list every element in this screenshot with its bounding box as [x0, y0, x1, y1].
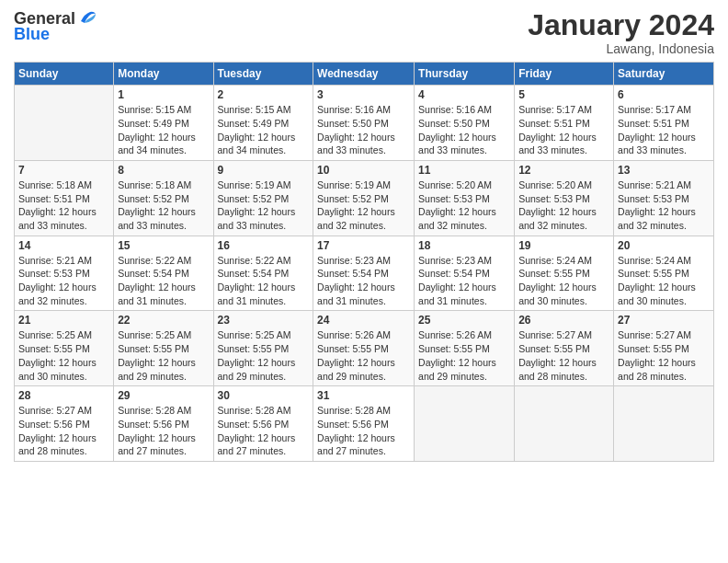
day-info: Sunrise: 5:18 AMSunset: 5:51 PMDaylight:… [18, 178, 109, 233]
weekday-header-friday: Friday [515, 63, 614, 86]
month-title: January 2024 [528, 9, 714, 41]
calendar-week-4: 21Sunrise: 5:25 AMSunset: 5:55 PMDayligh… [15, 311, 714, 386]
day-number: 19 [518, 239, 609, 252]
day-number: 4 [418, 88, 510, 101]
day-info: Sunrise: 5:25 AMSunset: 5:55 PMDaylight:… [218, 328, 310, 383]
calendar-cell: 29Sunrise: 5:28 AMSunset: 5:56 PMDayligh… [114, 386, 213, 462]
day-info: Sunrise: 5:26 AMSunset: 5:55 PMDaylight:… [317, 328, 410, 383]
day-info: Sunrise: 5:15 AMSunset: 5:49 PMDaylight:… [218, 103, 310, 157]
weekday-header-saturday: Saturday [614, 63, 714, 86]
day-info: Sunrise: 5:28 AMSunset: 5:56 PMDaylight:… [118, 404, 209, 458]
calendar-body: 1Sunrise: 5:15 AMSunset: 5:49 PMDaylight… [15, 86, 714, 462]
calendar-cell: 18Sunrise: 5:23 AMSunset: 5:54 PMDayligh… [415, 236, 515, 311]
day-info: Sunrise: 5:22 AMSunset: 5:54 PMDaylight:… [118, 254, 209, 308]
day-info: Sunrise: 5:21 AMSunset: 5:53 PMDaylight:… [618, 178, 710, 233]
calendar-cell: 19Sunrise: 5:24 AMSunset: 5:55 PMDayligh… [515, 236, 614, 311]
calendar-cell [614, 386, 714, 462]
calendar-week-2: 7Sunrise: 5:18 AMSunset: 5:51 PMDaylight… [15, 160, 714, 236]
day-info: Sunrise: 5:17 AMSunset: 5:51 PMDaylight:… [618, 103, 710, 157]
calendar-cell: 14Sunrise: 5:21 AMSunset: 5:53 PMDayligh… [15, 236, 114, 311]
calendar-cell [415, 386, 515, 462]
calendar-cell: 6Sunrise: 5:17 AMSunset: 5:51 PMDaylight… [614, 86, 714, 161]
day-number: 15 [118, 239, 209, 252]
day-info: Sunrise: 5:16 AMSunset: 5:50 PMDaylight:… [317, 103, 410, 157]
day-number: 2 [218, 88, 310, 101]
day-number: 5 [518, 88, 609, 101]
calendar-week-3: 14Sunrise: 5:21 AMSunset: 5:53 PMDayligh… [15, 236, 714, 311]
calendar-cell: 3Sunrise: 5:16 AMSunset: 5:50 PMDaylight… [313, 86, 415, 161]
day-number: 7 [18, 164, 109, 177]
location: Lawang, Indonesia [528, 41, 714, 56]
day-number: 28 [18, 389, 109, 402]
calendar-cell: 8Sunrise: 5:18 AMSunset: 5:52 PMDaylight… [114, 160, 213, 236]
day-info: Sunrise: 5:16 AMSunset: 5:50 PMDaylight:… [418, 103, 510, 157]
calendar-cell: 25Sunrise: 5:26 AMSunset: 5:55 PMDayligh… [415, 311, 515, 386]
calendar-cell: 27Sunrise: 5:27 AMSunset: 5:55 PMDayligh… [614, 311, 714, 386]
day-number: 20 [618, 239, 710, 252]
calendar-cell: 16Sunrise: 5:22 AMSunset: 5:54 PMDayligh… [213, 236, 313, 311]
day-number: 23 [218, 314, 310, 327]
calendar-header-row: SundayMondayTuesdayWednesdayThursdayFrid… [15, 63, 714, 86]
day-info: Sunrise: 5:21 AMSunset: 5:53 PMDaylight:… [18, 254, 109, 308]
day-number: 17 [317, 239, 410, 252]
calendar-cell: 22Sunrise: 5:25 AMSunset: 5:55 PMDayligh… [114, 311, 213, 386]
day-number: 13 [618, 164, 710, 177]
day-info: Sunrise: 5:27 AMSunset: 5:55 PMDaylight:… [518, 328, 609, 383]
calendar-cell: 20Sunrise: 5:24 AMSunset: 5:55 PMDayligh… [614, 236, 714, 311]
day-number: 31 [317, 389, 410, 402]
calendar-cell: 17Sunrise: 5:23 AMSunset: 5:54 PMDayligh… [313, 236, 415, 311]
day-number: 22 [118, 314, 209, 327]
day-number: 3 [317, 88, 410, 101]
calendar-cell: 9Sunrise: 5:19 AMSunset: 5:52 PMDaylight… [213, 160, 313, 236]
day-info: Sunrise: 5:18 AMSunset: 5:52 PMDaylight:… [118, 178, 209, 233]
logo: General Blue [14, 9, 97, 44]
calendar-cell: 15Sunrise: 5:22 AMSunset: 5:54 PMDayligh… [114, 236, 213, 311]
day-info: Sunrise: 5:15 AMSunset: 5:49 PMDaylight:… [118, 103, 209, 157]
day-info: Sunrise: 5:19 AMSunset: 5:52 PMDaylight:… [218, 178, 310, 233]
day-info: Sunrise: 5:20 AMSunset: 5:53 PMDaylight:… [418, 178, 510, 233]
day-info: Sunrise: 5:23 AMSunset: 5:54 PMDaylight:… [418, 254, 510, 308]
calendar-cell [515, 386, 614, 462]
calendar-cell: 31Sunrise: 5:28 AMSunset: 5:56 PMDayligh… [313, 386, 415, 462]
day-number: 25 [418, 314, 510, 327]
calendar-cell: 4Sunrise: 5:16 AMSunset: 5:50 PMDaylight… [415, 86, 515, 161]
calendar-cell: 28Sunrise: 5:27 AMSunset: 5:56 PMDayligh… [15, 386, 114, 462]
day-number: 8 [118, 164, 209, 177]
calendar-cell: 10Sunrise: 5:19 AMSunset: 5:52 PMDayligh… [313, 160, 415, 236]
day-info: Sunrise: 5:27 AMSunset: 5:56 PMDaylight:… [18, 404, 109, 458]
day-number: 10 [317, 164, 410, 177]
day-number: 29 [118, 389, 209, 402]
calendar-week-1: 1Sunrise: 5:15 AMSunset: 5:49 PMDaylight… [15, 86, 714, 161]
day-number: 27 [618, 314, 710, 327]
calendar-cell [15, 86, 114, 161]
calendar-cell: 23Sunrise: 5:25 AMSunset: 5:55 PMDayligh… [213, 311, 313, 386]
day-info: Sunrise: 5:22 AMSunset: 5:54 PMDaylight:… [218, 254, 310, 308]
day-info: Sunrise: 5:25 AMSunset: 5:55 PMDaylight:… [18, 328, 109, 383]
calendar-cell: 7Sunrise: 5:18 AMSunset: 5:51 PMDaylight… [15, 160, 114, 236]
day-info: Sunrise: 5:26 AMSunset: 5:55 PMDaylight:… [418, 328, 510, 383]
day-info: Sunrise: 5:23 AMSunset: 5:54 PMDaylight:… [317, 254, 410, 308]
day-number: 12 [518, 164, 609, 177]
calendar-week-5: 28Sunrise: 5:27 AMSunset: 5:56 PMDayligh… [15, 386, 714, 462]
page-container: General Blue January 2024 Lawang, Indone… [0, 0, 728, 471]
day-number: 18 [418, 239, 510, 252]
calendar-cell: 1Sunrise: 5:15 AMSunset: 5:49 PMDaylight… [114, 86, 213, 161]
weekday-header-thursday: Thursday [415, 63, 515, 86]
day-number: 30 [218, 389, 310, 402]
calendar-cell: 12Sunrise: 5:20 AMSunset: 5:53 PMDayligh… [515, 160, 614, 236]
title-block: January 2024 Lawang, Indonesia [528, 9, 714, 56]
day-number: 21 [18, 314, 109, 327]
day-info: Sunrise: 5:27 AMSunset: 5:55 PMDaylight:… [618, 328, 710, 383]
calendar-cell: 21Sunrise: 5:25 AMSunset: 5:55 PMDayligh… [15, 311, 114, 386]
day-number: 9 [218, 164, 310, 177]
day-number: 24 [317, 314, 410, 327]
header: General Blue January 2024 Lawang, Indone… [14, 9, 714, 56]
logo-bird-icon [77, 10, 97, 27]
weekday-header-sunday: Sunday [15, 63, 114, 86]
day-number: 16 [218, 239, 310, 252]
calendar-cell: 26Sunrise: 5:27 AMSunset: 5:55 PMDayligh… [515, 311, 614, 386]
calendar-cell: 24Sunrise: 5:26 AMSunset: 5:55 PMDayligh… [313, 311, 415, 386]
weekday-header-monday: Monday [114, 63, 213, 86]
calendar-cell: 5Sunrise: 5:17 AMSunset: 5:51 PMDaylight… [515, 86, 614, 161]
day-info: Sunrise: 5:24 AMSunset: 5:55 PMDaylight:… [518, 254, 609, 308]
